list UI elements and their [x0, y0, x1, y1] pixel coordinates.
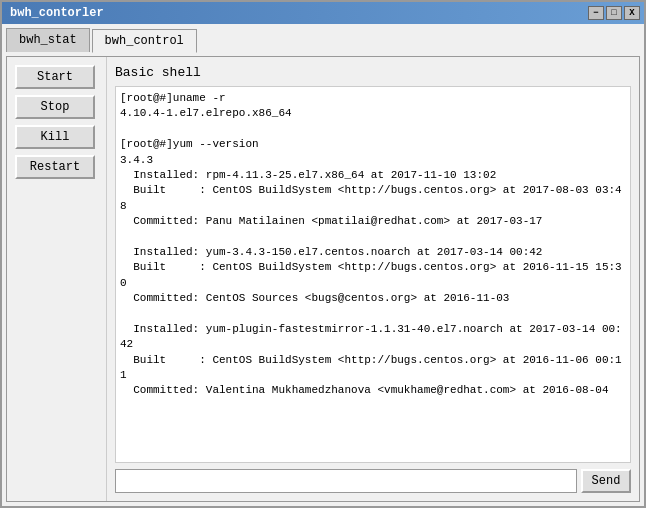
window-title: bwh_contorler [6, 6, 104, 20]
main-content: Start Stop Kill Restart Basic shell [roo… [6, 56, 640, 502]
start-button[interactable]: Start [15, 65, 95, 89]
right-panel: Basic shell [root@#]uname -r 4.10.4-1.el… [107, 57, 639, 501]
window-body: bwh_stat bwh_control Start Stop Kill Res… [2, 24, 644, 506]
panel-title: Basic shell [115, 65, 631, 80]
main-window: bwh_contorler − □ X bwh_stat bwh_control… [0, 0, 646, 508]
tab-bwh-control[interactable]: bwh_control [92, 29, 197, 53]
minimize-button[interactable]: − [588, 6, 604, 20]
command-input[interactable] [115, 469, 577, 493]
maximize-button[interactable]: □ [606, 6, 622, 20]
terminal-output: [root@#]uname -r 4.10.4-1.el7.elrepo.x86… [115, 86, 631, 463]
close-button[interactable]: X [624, 6, 640, 20]
kill-button[interactable]: Kill [15, 125, 95, 149]
tab-bwh-stat[interactable]: bwh_stat [6, 28, 90, 52]
title-bar: bwh_contorler − □ X [2, 2, 644, 24]
title-bar-buttons: − □ X [588, 6, 640, 20]
send-button[interactable]: Send [581, 469, 631, 493]
left-panel: Start Stop Kill Restart [7, 57, 107, 501]
restart-button[interactable]: Restart [15, 155, 95, 179]
input-row: Send [115, 469, 631, 493]
tab-bar: bwh_stat bwh_control [6, 28, 640, 52]
stop-button[interactable]: Stop [15, 95, 95, 119]
